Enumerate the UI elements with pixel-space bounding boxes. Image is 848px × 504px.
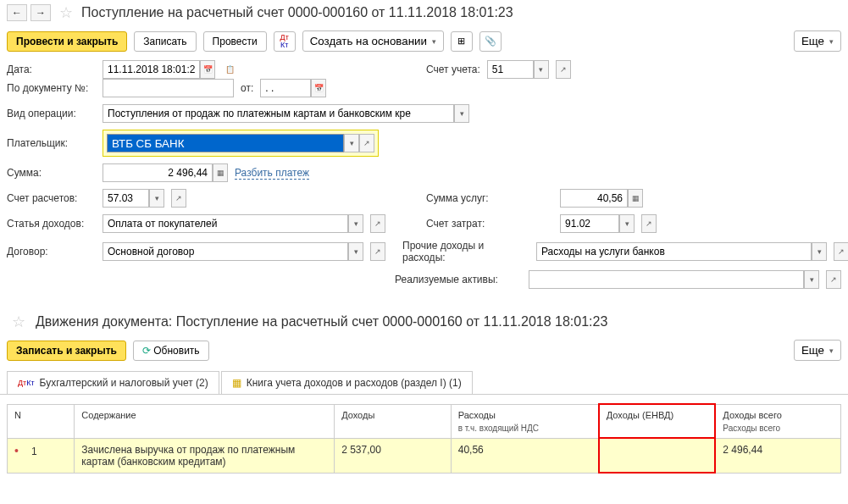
col-content: Содержание: [75, 404, 335, 438]
contract-open-icon[interactable]: ↗: [370, 242, 385, 261]
settlement-dropdown-icon[interactable]: ▾: [149, 189, 164, 208]
more-dropdown[interactable]: Еще: [794, 30, 841, 52]
docno-label: По документу №:: [7, 82, 96, 94]
tab-accounting-label: Бухгалтерский и налоговый учет (2): [40, 377, 208, 389]
create-based-dropdown[interactable]: Создать на основании: [302, 30, 444, 52]
payer-label: Плательщик:: [7, 137, 96, 149]
book-icon: ▦: [232, 377, 241, 389]
structure-button[interactable]: ⊞: [451, 31, 473, 52]
cost-account-input[interactable]: [560, 214, 619, 233]
income-open-icon[interactable]: ↗: [370, 214, 385, 233]
cost-dropdown-icon[interactable]: ▾: [619, 214, 635, 233]
row-bullet-icon: •: [14, 444, 31, 457]
favorite-star-icon[interactable]: ☆: [59, 3, 73, 22]
movements-table: N Содержание Доходы Расходы в т.ч. входя…: [7, 403, 841, 474]
dtkt-button[interactable]: ДтКт: [274, 31, 296, 52]
col-n: N: [8, 404, 75, 438]
doc-from-calendar-icon[interactable]: 📅: [311, 79, 326, 97]
account-input[interactable]: [487, 60, 534, 79]
payer-open-icon[interactable]: ↗: [359, 134, 374, 152]
assets-open-icon[interactable]: ↗: [826, 270, 841, 289]
optype-input[interactable]: [103, 104, 454, 123]
account-open-icon[interactable]: ↗: [556, 60, 571, 79]
refresh-button[interactable]: ⟳ Обновить: [133, 341, 209, 361]
page-title: Поступление на расчетный счет 0000-00016…: [81, 5, 513, 20]
date-input[interactable]: [103, 60, 200, 79]
doc-from-label: от:: [241, 82, 253, 94]
contract-input[interactable]: [103, 242, 348, 261]
movements-more-dropdown[interactable]: Еще: [794, 340, 841, 361]
svc-calc-icon[interactable]: ▦: [628, 189, 643, 208]
other-dropdown-icon[interactable]: ▾: [812, 242, 827, 261]
income-label: Статья доходов:: [7, 218, 96, 230]
movements-title: Движения документа: Поступление на расче…: [36, 314, 607, 330]
income-input[interactable]: [103, 214, 348, 233]
tab-book-label: Книга учета доходов и расходов (раздел I…: [247, 377, 462, 389]
account-label: Счет учета:: [426, 64, 480, 75]
other-input[interactable]: [536, 242, 812, 261]
table-row[interactable]: •1 Зачислена выручка от продаж по платеж…: [8, 438, 841, 473]
col-envd: Доходы (ЕНВД): [599, 404, 716, 438]
attachment-button[interactable]: 📎: [479, 31, 502, 52]
amount-label: Сумма:: [7, 167, 96, 179]
tab-accounting[interactable]: ДтКт Бухгалтерский и налоговый учет (2): [7, 371, 219, 394]
tab-book[interactable]: ▦ Книга учета доходов и расходов (раздел…: [221, 371, 473, 394]
split-payment-link[interactable]: Разбить платеж: [235, 167, 309, 180]
assets-dropdown-icon[interactable]: ▾: [804, 270, 819, 289]
settlement-input[interactable]: [103, 189, 149, 208]
svc-amount-label: Сумма услуг:: [426, 192, 553, 204]
cost-account-label: Счет затрат:: [426, 218, 553, 230]
movements-star-icon[interactable]: ☆: [12, 313, 25, 331]
docno-input[interactable]: [103, 79, 234, 97]
payer-input[interactable]: [107, 134, 344, 152]
other-label: Прочие доходы и расходы:: [402, 240, 529, 263]
amount-input[interactable]: [103, 163, 213, 182]
optype-dropdown-icon[interactable]: ▾: [454, 104, 469, 123]
col-income: Доходы: [335, 404, 452, 438]
dtkt-icon: ДтКт: [18, 379, 35, 387]
svc-amount-input[interactable]: [560, 189, 628, 208]
amount-calc-icon[interactable]: ▦: [213, 163, 228, 182]
assets-input[interactable]: [529, 270, 804, 289]
cost-open-icon[interactable]: ↗: [641, 214, 657, 233]
movements-save-close-button[interactable]: Записать и закрыть: [7, 341, 126, 361]
account-dropdown-icon[interactable]: ▾: [534, 60, 549, 79]
post-button[interactable]: Провести: [203, 31, 267, 52]
settlement-label: Счет расчетов:: [7, 192, 96, 204]
date-label: Дата:: [7, 64, 96, 75]
doc-from-input[interactable]: [260, 79, 311, 97]
post-and-close-button[interactable]: Провести и закрыть: [7, 31, 127, 52]
col-total: Доходы всего Расходы всего: [715, 404, 840, 438]
income-dropdown-icon[interactable]: ▾: [348, 214, 363, 233]
contract-dropdown-icon[interactable]: ▾: [348, 242, 363, 261]
save-button[interactable]: Записать: [134, 31, 196, 52]
contract-label: Договор:: [7, 246, 96, 258]
payer-dropdown-icon[interactable]: ▾: [344, 134, 359, 152]
calendar-icon[interactable]: 📅: [200, 60, 215, 79]
optype-label: Вид операции:: [7, 108, 96, 119]
settlement-open-icon[interactable]: ↗: [171, 189, 186, 208]
nav-back-button[interactable]: ←: [7, 4, 27, 21]
nav-forward-button[interactable]: →: [30, 4, 51, 21]
other-open-icon[interactable]: ↗: [834, 242, 848, 261]
assets-label: Реализуемые активы:: [395, 274, 522, 285]
col-expense: Расходы в т.ч. входящий НДС: [451, 404, 599, 438]
date-helper-icon[interactable]: 📋: [222, 60, 237, 79]
